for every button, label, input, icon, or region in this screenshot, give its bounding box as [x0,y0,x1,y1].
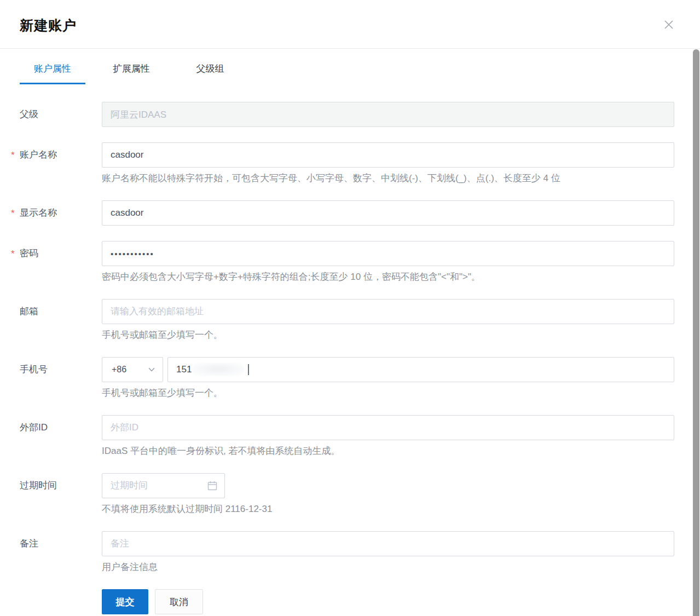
phone-number-redaction-blur [192,363,244,376]
modal-header: 新建账户 [0,0,700,49]
password-helper: 密码中必须包含大小写字母+数字+特殊字符的组合;长度至少 10 位，密码不能包含… [102,270,674,284]
email-helper: 手机号或邮箱至少填写一个。 [102,329,674,342]
email-input[interactable] [102,299,674,324]
required-mark: * [11,201,15,226]
parent-label: 父级 [20,102,102,127]
email-label: 邮箱 [20,299,102,342]
expiry-helper: 不填将使用系统默认过期时间 2116-12-31 [102,503,674,516]
phone-number-input[interactable]: 151 [167,357,674,382]
display-name-input[interactable] [102,200,674,226]
external-id-row: 外部ID IDaaS 平台中的唯一身份标识, 若不填将由系统自动生成。 [20,415,674,458]
external-id-helper: IDaaS 平台中的唯一身份标识, 若不填将由系统自动生成。 [102,445,674,458]
required-mark: * [11,241,15,267]
remark-label: 备注 [20,531,102,574]
display-name-label: *显示名称 [20,200,102,226]
password-label: *密码 [20,241,102,284]
remark-row: 备注 用户备注信息 [20,531,674,574]
email-row: 邮箱 手机号或邮箱至少填写一个。 [20,299,674,342]
form-actions: 提交 取消 [20,589,674,614]
parent-row: 父级 [20,102,674,127]
password-input[interactable] [102,241,674,266]
submit-button[interactable]: 提交 [102,589,148,614]
vertical-scrollbar-thumb[interactable] [693,49,699,616]
phone-number-redaction-tail [248,364,249,375]
password-row: *密码 密码中必须包含大小写字母+数字+特殊字符的组合;长度至少 10 位，密码… [20,241,674,284]
country-code-value: +86 [112,365,126,375]
tab-parent-group[interactable]: 父级组 [177,63,243,84]
country-code-select[interactable]: +86 [102,357,163,382]
tab-bar: 账户属性 扩展属性 父级组 [20,63,674,84]
chevron-down-icon [148,366,155,373]
external-id-label: 外部ID [20,415,102,458]
account-name-row: *账户名称 账户名称不能以特殊字符开始，可包含大写字母、小写字母、数字、中划线(… [20,142,674,185]
account-name-input[interactable] [102,142,674,168]
phone-helper: 手机号或邮箱至少填写一个。 [102,387,674,400]
modal-title: 新建账户 [20,16,674,34]
phone-label: 手机号 [20,357,102,400]
expiry-date-picker[interactable] [102,473,225,498]
parent-input [102,102,674,127]
phone-row: 手机号 +86 151 手机号或邮箱至少填写一个。 [20,357,674,400]
tab-account-properties[interactable]: 账户属性 [20,63,85,84]
required-mark: * [11,143,15,168]
close-icon[interactable] [662,19,675,32]
remark-input[interactable] [102,531,674,556]
account-form: 父级 *账户名称 账户名称不能以特殊字符开始，可包含大写字母、小写字母、数字、中… [0,102,700,614]
cancel-button[interactable]: 取消 [155,589,203,614]
expiry-label: 过期时间 [20,473,102,516]
display-name-row: *显示名称 [20,200,674,226]
account-name-helper: 账户名称不能以特殊字符开始，可包含大写字母、小写字母、数字、中划线(-)、下划线… [102,172,674,185]
expiry-date-input[interactable] [102,473,225,498]
expiry-row: 过期时间 不填将使用系统默认过期时间 2116-12-31 [20,473,674,516]
account-name-label: *账户名称 [20,142,102,185]
phone-number-visible: 151 [176,364,192,375]
remark-helper: 用户备注信息 [102,561,674,574]
external-id-input[interactable] [102,415,674,440]
tab-extended-properties[interactable]: 扩展属性 [99,63,164,84]
